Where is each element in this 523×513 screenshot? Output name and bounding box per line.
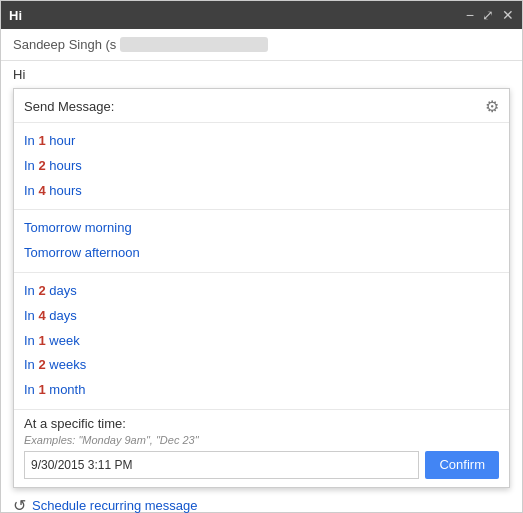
confirm-button[interactable]: Confirm bbox=[425, 451, 499, 479]
in-1-hour-item[interactable]: In 1 hour bbox=[24, 129, 499, 154]
main-window: Hi − ⤢ ✕ Sandeep Singh (s Hi Send Messag… bbox=[0, 0, 523, 513]
dropdown-header-label: Send Message: bbox=[24, 99, 114, 114]
email-to: Sandeep Singh (s bbox=[13, 37, 268, 52]
specific-time-label: At a specific time: bbox=[24, 416, 499, 431]
datetime-input[interactable] bbox=[24, 451, 419, 479]
dropdown-header: Send Message: ⚙ bbox=[14, 89, 509, 123]
send-message-dropdown: Send Message: ⚙ In 1 hour In 2 hours In … bbox=[13, 88, 510, 488]
minimize-button[interactable]: − bbox=[466, 7, 474, 23]
in-2-weeks-item[interactable]: In 2 weeks bbox=[24, 353, 499, 378]
in-1-week-item[interactable]: In 1 week bbox=[24, 329, 499, 354]
in-4-days-item[interactable]: In 4 days bbox=[24, 304, 499, 329]
close-button[interactable]: ✕ bbox=[502, 7, 514, 23]
specific-time-section: At a specific time: Examples: "Monday 9a… bbox=[14, 410, 509, 487]
email-header: Sandeep Singh (s bbox=[1, 29, 522, 61]
in-2-hours-item[interactable]: In 2 hours bbox=[24, 154, 499, 179]
title-bar: Hi − ⤢ ✕ bbox=[1, 1, 522, 29]
hours-section: In 1 hour In 2 hours In 4 hours bbox=[14, 123, 509, 210]
tomorrow-section: Tomorrow morning Tomorrow afternoon bbox=[14, 210, 509, 273]
recycle-icon: ↺ bbox=[13, 496, 26, 513]
window-controls: − ⤢ ✕ bbox=[466, 7, 514, 23]
window-title: Hi bbox=[9, 8, 22, 23]
tomorrow-morning-item[interactable]: Tomorrow morning bbox=[24, 216, 499, 241]
schedule-recurring-row[interactable]: ↺ Schedule recurring message bbox=[1, 488, 522, 513]
schedule-recurring-label: Schedule recurring message bbox=[32, 498, 197, 513]
expand-button[interactable]: ⤢ bbox=[482, 7, 494, 23]
in-2-days-item[interactable]: In 2 days bbox=[24, 279, 499, 304]
days-section: In 2 days In 4 days In 1 week In 2 weeks… bbox=[14, 273, 509, 410]
gear-icon[interactable]: ⚙ bbox=[485, 97, 499, 116]
email-body-preview: Hi bbox=[1, 61, 522, 88]
blurred-email bbox=[120, 37, 268, 52]
in-4-hours-item[interactable]: In 4 hours bbox=[24, 179, 499, 204]
tomorrow-afternoon-item[interactable]: Tomorrow afternoon bbox=[24, 241, 499, 266]
in-1-month-item[interactable]: In 1 month bbox=[24, 378, 499, 403]
specific-time-input-row: Confirm bbox=[24, 451, 499, 479]
specific-time-examples: Examples: "Monday 9am", "Dec 23" bbox=[24, 434, 499, 446]
